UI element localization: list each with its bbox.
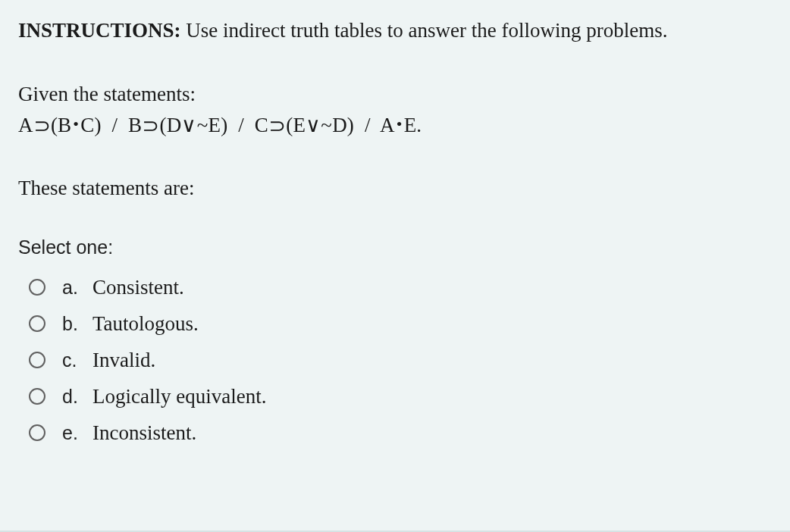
radio-icon[interactable]: [29, 388, 45, 405]
option-a[interactable]: a. Consistent.: [18, 269, 772, 305]
option-letter: e.: [62, 422, 82, 444]
instructions-line: INSTRUCTIONS: Use indirect truth tables …: [18, 17, 772, 44]
option-letter: d.: [62, 386, 82, 408]
radio-icon[interactable]: [29, 279, 45, 296]
option-label: Inconsistent.: [92, 421, 196, 445]
option-label: Tautologous.: [92, 312, 199, 336]
option-e[interactable]: e. Inconsistent.: [18, 415, 772, 451]
these-statements-label: These statements are:: [18, 177, 772, 200]
given-block: Given the statements: A⊂(B•C) / B⊂(D∨~E)…: [18, 79, 772, 140]
option-letter: b.: [62, 313, 82, 335]
statements-formula: A⊂(B•C) / B⊂(D∨~E) / C⊂(E∨~D) / A•E.: [18, 110, 772, 141]
select-one-label: Select one:: [18, 236, 772, 258]
option-b[interactable]: b. Tautologous.: [18, 305, 772, 342]
option-d[interactable]: d. Logically equivalent.: [18, 378, 772, 415]
option-label: Invalid.: [92, 349, 155, 372]
option-letter: c.: [62, 349, 82, 371]
option-label: Consistent.: [92, 276, 184, 299]
option-label: Logically equivalent.: [92, 385, 266, 408]
radio-icon[interactable]: [29, 315, 45, 332]
options-list: a. Consistent. b. Tautologous. c. Invali…: [18, 269, 772, 451]
radio-icon[interactable]: [29, 352, 45, 368]
given-label: Given the statements:: [18, 79, 772, 110]
instructions-text: Use indirect truth tables to answer the …: [186, 19, 667, 42]
instructions-label: INSTRUCTIONS:: [18, 19, 181, 42]
option-letter: a.: [62, 277, 82, 299]
option-c[interactable]: c. Invalid.: [18, 342, 772, 378]
radio-icon[interactable]: [29, 424, 45, 441]
question-container: INSTRUCTIONS: Use indirect truth tables …: [0, 0, 790, 532]
